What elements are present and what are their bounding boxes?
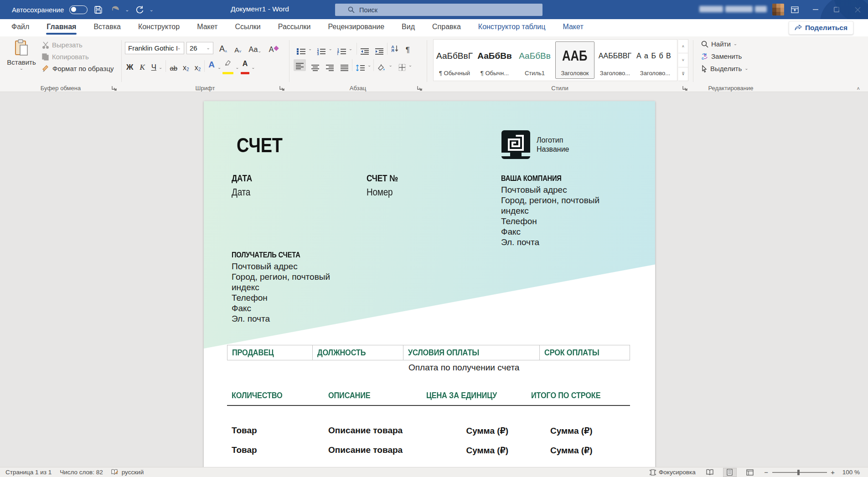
billto-line[interactable]: Эл. почта xyxy=(232,313,330,324)
style-heading2[interactable]: А а Б б В в Заголово... xyxy=(636,41,675,79)
item-line-total[interactable]: Сумма (₽) xyxy=(531,426,630,436)
billto-line[interactable]: Факс xyxy=(232,303,330,313)
minimize-button[interactable] xyxy=(805,0,826,19)
tab-review[interactable]: Рецензирование xyxy=(328,22,385,34)
strikethrough-button[interactable]: ab xyxy=(168,60,179,72)
multilevel-chevron[interactable]: ⌄ xyxy=(349,47,352,51)
format-painter-button[interactable]: Формат по образцу xyxy=(42,65,114,72)
show-marks-button[interactable]: ¶ xyxy=(404,43,411,55)
styles-scroll-down-icon[interactable]: ˅ xyxy=(678,53,688,67)
company-line[interactable]: Факс xyxy=(501,226,599,237)
focus-mode-button[interactable]: Фокусировка xyxy=(650,469,696,476)
items-header-cell[interactable]: КОЛИЧЕСТВО xyxy=(227,390,324,400)
style-normal[interactable]: АаБбВвГ ¶ Обычный xyxy=(435,41,474,79)
save-icon[interactable] xyxy=(91,3,105,16)
text-effects-button[interactable]: А xyxy=(207,60,216,72)
tab-view[interactable]: Вид xyxy=(401,22,415,34)
items-header-cell[interactable]: ИТОГО ПО СТРОКЕ xyxy=(531,390,630,400)
language-indicator[interactable]: русский xyxy=(122,469,144,476)
tab-file[interactable]: Файл xyxy=(11,22,30,34)
italic-button[interactable]: К xyxy=(138,60,146,72)
seller-header-cell[interactable]: ПРОДАВЕЦ xyxy=(227,345,312,360)
style-heading1[interactable]: ААББВВГ Заголово... xyxy=(595,41,635,79)
underline-chevron[interactable]: ⌄ xyxy=(159,66,162,70)
company-line[interactable]: Телефон xyxy=(501,216,599,226)
tab-references[interactable]: Ссылки xyxy=(234,22,261,34)
numbering-button[interactable]: 123 xyxy=(315,43,327,55)
font-name-combobox[interactable]: Franklin Gothic I ⌄ xyxy=(125,42,184,54)
zoom-percentage[interactable]: 100 % xyxy=(842,469,860,476)
align-left-button[interactable] xyxy=(294,59,306,71)
font-dialog-launcher-icon[interactable] xyxy=(279,85,285,92)
tab-design[interactable]: Конструктор xyxy=(138,22,180,34)
date-value[interactable]: Дата xyxy=(232,186,250,198)
font-color-button[interactable]: А xyxy=(241,60,249,72)
ribbon-display-options-icon[interactable] xyxy=(784,0,805,19)
undo-icon[interactable] xyxy=(108,3,122,16)
clipboard-dialog-launcher-icon[interactable] xyxy=(111,85,118,92)
close-button[interactable] xyxy=(847,0,868,19)
paste-button[interactable]: Вставить ⌄ xyxy=(6,39,36,82)
invoice-number-value[interactable]: Номер xyxy=(367,186,393,198)
item-line-total[interactable]: Сумма (₽) xyxy=(531,445,630,456)
zoom-out-icon[interactable]: − xyxy=(764,468,769,476)
undo-dropdown-chevron[interactable]: ⌄ xyxy=(125,7,129,13)
billto-line[interactable]: индекс xyxy=(232,282,330,292)
line-spacing-button[interactable] xyxy=(355,59,366,71)
company-line[interactable]: Почтовый адрес xyxy=(501,185,599,195)
proofing-icon[interactable] xyxy=(111,469,118,476)
word-count[interactable]: Число слов: 82 xyxy=(60,469,103,476)
tab-table-layout[interactable]: Макет xyxy=(562,22,584,34)
underline-button[interactable]: Ч xyxy=(150,60,158,72)
align-right-button[interactable] xyxy=(325,59,335,71)
quick-access-chevron[interactable]: ⌄ xyxy=(150,7,154,13)
items-header-cell[interactable]: ОПИСАНИЕ xyxy=(324,390,414,400)
font-color-chevron[interactable]: ⌄ xyxy=(251,66,255,70)
seller-header-cell[interactable]: ДОЛЖНОСТЬ xyxy=(312,345,403,360)
document-page[interactable]: СЧЕТ Логотип Название ДАТА Дата СЧЕТ № xyxy=(204,101,655,467)
increase-indent-button[interactable] xyxy=(374,43,385,55)
item-qty[interactable]: Товар xyxy=(227,445,324,456)
autosave-toggle[interactable] xyxy=(69,5,88,14)
web-layout-icon[interactable] xyxy=(743,468,757,477)
tab-help[interactable]: Справка xyxy=(432,22,461,34)
print-layout-icon[interactable] xyxy=(723,468,737,477)
company-line[interactable]: Город, регион, почтовый xyxy=(501,195,599,205)
zoom-in-icon[interactable]: + xyxy=(831,468,835,476)
company-line[interactable]: Эл. почта xyxy=(501,237,599,247)
item-unit-price[interactable]: Сумма (₽) xyxy=(414,445,531,456)
clear-formatting-button[interactable]: А xyxy=(268,42,280,54)
item-description[interactable]: Описание товара xyxy=(324,426,414,436)
grow-font-button[interactable]: А˄ xyxy=(218,42,228,54)
seller-header-cell[interactable]: УСЛОВИЯ ОПЛАТЫ xyxy=(403,345,539,360)
decrease-indent-button[interactable] xyxy=(359,43,370,55)
billto-line[interactable]: Почтовый адрес xyxy=(232,261,330,272)
paragraph-dialog-launcher-icon[interactable] xyxy=(417,85,423,92)
redo-icon[interactable] xyxy=(133,3,147,16)
replace-button[interactable]: bc Заменить xyxy=(701,52,749,60)
zoom-track[interactable] xyxy=(772,472,827,473)
subscript-button[interactable]: x2 xyxy=(181,60,191,72)
item-description[interactable]: Описание товара xyxy=(324,445,414,456)
line-spacing-chevron[interactable]: ⌄ xyxy=(367,63,371,67)
numbering-chevron[interactable]: ⌄ xyxy=(328,47,332,51)
highlight-button[interactable] xyxy=(223,60,233,72)
billto-line[interactable]: Телефон xyxy=(232,292,330,303)
bullets-button[interactable] xyxy=(295,43,307,55)
search-input[interactable]: Поиск xyxy=(335,4,542,16)
tab-mailings[interactable]: Рассылки xyxy=(278,22,311,34)
page-indicator[interactable]: Страница 1 из 1 xyxy=(5,469,52,476)
seller-header-cell[interactable]: СРОК ОПЛАТЫ xyxy=(539,345,630,360)
style-heading-selected[interactable]: ААБ Заголовок xyxy=(555,41,594,79)
item-unit-price[interactable]: Сумма (₽) xyxy=(414,426,531,436)
tab-layout[interactable]: Макет xyxy=(196,22,218,34)
borders-chevron[interactable]: ⌄ xyxy=(408,63,412,67)
styles-dialog-launcher-icon[interactable] xyxy=(682,85,688,92)
styles-more-icon[interactable]: ⊽ xyxy=(678,67,688,81)
copy-button[interactable]: Копировать xyxy=(42,53,114,61)
read-mode-icon[interactable] xyxy=(703,468,717,477)
style-normal2[interactable]: АаБбВв ¶ Обычн... xyxy=(475,41,514,79)
align-center-button[interactable] xyxy=(310,59,320,71)
select-button[interactable]: Выделить ⌄ xyxy=(701,65,749,72)
highlight-chevron[interactable]: ⌄ xyxy=(235,66,239,70)
